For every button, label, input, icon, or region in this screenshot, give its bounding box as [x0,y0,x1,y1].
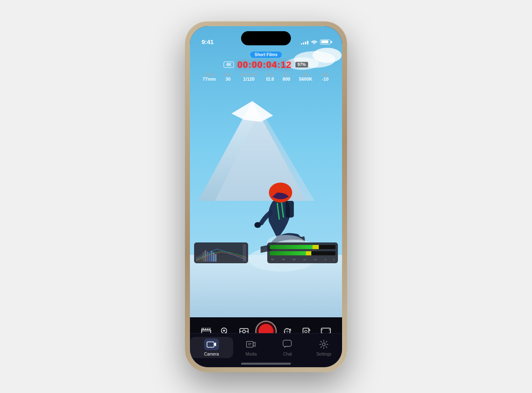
signal-bar-3 [305,42,306,44]
svg-rect-48 [246,341,253,347]
tab-media-label: Media [246,352,257,356]
svg-point-2 [313,48,342,63]
tab-settings[interactable]: Settings [306,337,342,356]
tab-media[interactable]: Media [233,337,270,356]
tab-chat[interactable]: Chat [269,337,306,356]
media-tab-icon [244,339,259,350]
wifi-icon [311,39,318,45]
camera-tab-icon [204,339,219,350]
signal-bar-1 [301,43,302,44]
svg-point-15 [267,235,304,250]
svg-rect-52 [283,340,291,346]
tab-bar: Camera Media [190,333,342,367]
phone-screen: 9:41 [190,26,342,367]
phone-frame: 9:41 [185,21,347,372]
tab-settings-label: Settings [316,352,331,356]
tab-chat-label: Chat [283,352,292,356]
chat-tab-icon [280,339,295,350]
signal-bars-icon [301,40,308,44]
battery-icon [320,40,330,44]
dynamic-island [241,31,291,45]
viewfinder[interactable]: Short Films 4K 00:00:04:12 97% LENS 77mm [190,26,342,317]
status-time: 9:41 [202,38,214,45]
tab-camera[interactable]: Camera [190,337,233,358]
svg-point-11 [254,222,261,228]
svg-point-39 [305,330,307,333]
svg-point-53 [323,343,325,346]
svg-point-12 [269,183,292,203]
camera-scene [190,26,342,317]
tab-camera-label: Camera [204,352,219,356]
svg-text:A: A [308,329,310,331]
signal-bar-4 [307,41,308,44]
svg-point-3 [286,57,319,70]
svg-rect-13 [286,201,294,218]
home-indicator [241,363,291,365]
settings-tab-icon [316,339,331,350]
svg-rect-46 [207,342,214,347]
svg-marker-49 [253,342,255,346]
svg-point-33 [242,330,245,333]
svg-text:A: A [289,328,291,331]
signal-bar-2 [303,42,304,44]
status-icons [301,39,330,45]
